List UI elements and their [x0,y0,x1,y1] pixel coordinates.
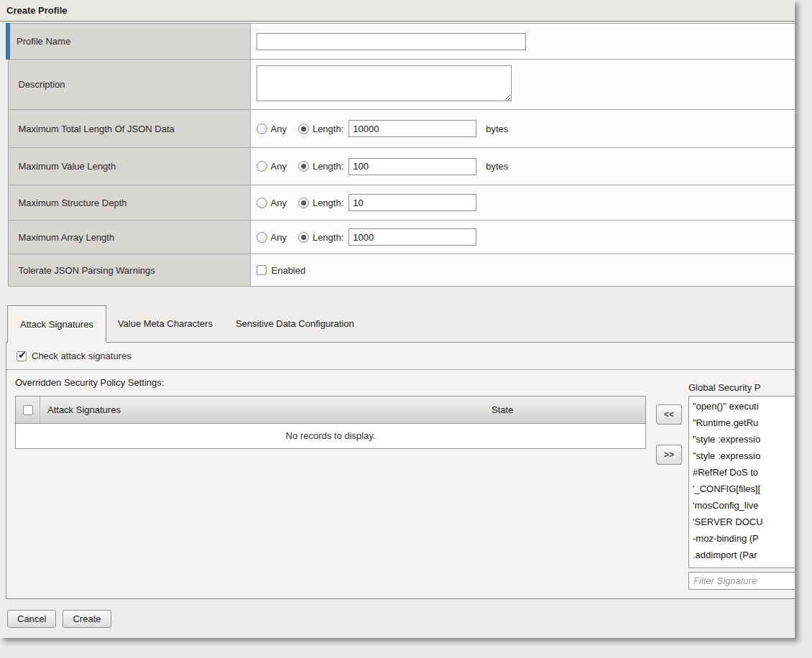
profile-form-table: Profile Name Description Maximum Total L… [6,23,795,287]
table-row: Description [8,60,795,110]
table-header-row: Attack Signatures State [16,397,645,424]
max-array-length-input[interactable] [349,228,476,246]
signature-item[interactable]: -moz-binding (P [689,530,795,547]
overridden-signatures-table: Attack Signatures State No records to di… [15,396,646,449]
tab-bar: Attack Signatures Value Meta Characters … [7,305,366,343]
signature-item[interactable]: .addimport (Par [689,547,795,563]
length-radio-label: Length: [313,198,343,208]
select-all-checkbox[interactable] [23,405,33,415]
filter-signatures-input[interactable] [688,572,795,590]
column-header-state: State [484,404,645,415]
any-radio-label: Any [271,232,287,243]
overridden-settings-label: Overridden Security Policy Settings: [15,377,164,388]
check-attack-signatures-label: Check attack signatures [32,351,132,361]
footer-actions: Cancel Create [7,610,118,628]
max-value-length-input[interactable] [349,158,476,175]
max-total-length-input[interactable] [349,120,476,137]
move-right-button[interactable]: >> [656,445,682,465]
signature-item[interactable]: "style :expressio [689,431,795,448]
length-radio-label: Length: [313,161,343,172]
signature-item[interactable]: "Runtime.getRu [689,414,795,431]
max-total-any-radio[interactable] [257,124,267,134]
signature-item[interactable]: "open()" executi [689,398,795,414]
table-row: Tolerate JSON Parsing Warnings Enabled [8,254,795,287]
table-row: Maximum Array Length Any Length: [8,221,795,254]
bytes-unit-label: bytes [486,161,508,172]
any-radio-label: Any [271,161,287,172]
description-label: Description [8,60,250,110]
max-array-length-radio[interactable] [298,232,309,243]
tolerate-enabled-checkbox[interactable] [257,265,267,275]
bytes-unit-label: bytes [486,124,508,134]
max-total-length-label: Maximum Total Length Of JSON Data [8,110,250,148]
max-array-length-label: Maximum Array Length [8,221,250,254]
table-row: Maximum Value Length Any Length: bytes [8,148,795,185]
max-depth-any-radio[interactable] [257,198,267,208]
move-left-button[interactable]: << [656,404,682,425]
create-button[interactable]: Create [63,610,111,628]
tab-attack-signatures[interactable]: Attack Signatures [7,305,106,343]
table-row: Profile Name [8,24,795,60]
signature-item[interactable]: #RefRef DoS to [689,464,795,481]
page-title: Create Profile [0,0,795,22]
length-radio-label: Length: [313,124,343,134]
signature-item[interactable]: "style :expressio [689,448,795,464]
max-value-any-radio[interactable] [257,161,267,172]
any-radio-label: Any [271,124,287,134]
max-total-length-radio[interactable] [298,124,309,134]
signature-item[interactable]: 'SERVER DOCU [689,514,795,530]
profile-name-input[interactable] [257,33,526,50]
enabled-checkbox-label: Enabled [272,265,306,276]
tolerate-warnings-label: Tolerate JSON Parsing Warnings [8,254,250,287]
global-signatures-listbox[interactable]: "open()" executi "Runtime.getRu "style :… [688,396,795,568]
max-depth-length-radio[interactable] [298,198,309,208]
tab-sensitive-data-configuration[interactable]: Sensitive Data Configuration [224,305,366,343]
empty-table-message: No records to display. [16,424,645,448]
length-radio-label: Length: [313,232,343,243]
max-value-length-label: Maximum Value Length [8,148,250,185]
max-structure-depth-label: Maximum Structure Depth [8,185,250,221]
create-profile-dialog: Create Profile Profile Name Description … [0,0,795,638]
max-array-any-radio[interactable] [257,232,267,243]
signature-item[interactable]: '_CONFIG[files][ [689,481,795,497]
tab-value-meta-characters[interactable]: Value Meta Characters [106,305,224,343]
global-signatures-label: Global Security P [688,382,760,393]
table-row: Maximum Total Length Of JSON Data Any Le… [8,110,795,148]
attack-signatures-panel: Check attack signatures Overridden Secur… [6,342,795,599]
description-textarea[interactable] [257,65,512,101]
cancel-button[interactable]: Cancel [7,610,56,628]
any-radio-label: Any [271,198,287,208]
max-depth-length-input[interactable] [349,194,476,211]
check-attack-signatures-checkbox[interactable] [17,351,27,361]
signature-item[interactable]: 'mosConfig_live [689,497,795,514]
column-header-attack-signatures: Attack Signatures [40,404,484,415]
table-row: Maximum Structure Depth Any Length: [8,185,795,221]
profile-name-label: Profile Name [8,24,250,60]
max-value-length-radio[interactable] [298,161,309,172]
